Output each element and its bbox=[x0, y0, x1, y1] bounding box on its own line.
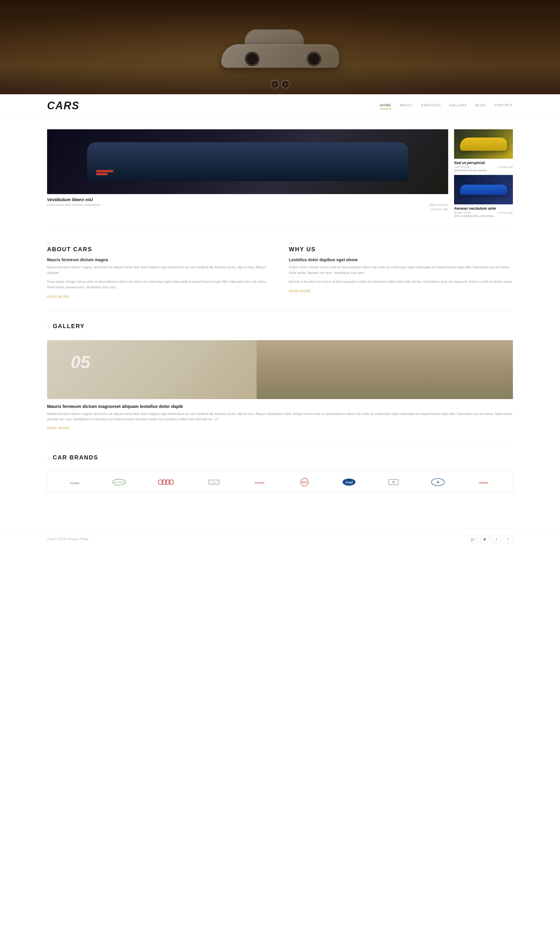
gallery-section: 02 GALLERY 05 Mauris fermeum dictum magn… bbox=[47, 323, 513, 430]
hero-section: ‹ › bbox=[0, 0, 560, 94]
gallery-read-more[interactable]: Read More bbox=[47, 426, 69, 430]
svg-text:DODGE: DODGE bbox=[255, 481, 265, 484]
why-subtitle: Leotellus dolor dapibus eget eleme bbox=[289, 258, 513, 262]
about-num: 01 bbox=[47, 242, 271, 245]
featured-main-author: Mark Johnson bbox=[430, 203, 448, 207]
brand-aston-martin: ASTON MARTIN bbox=[112, 478, 126, 486]
featured-grid: Vestibulum libero nisl Lorem ipsum dolor… bbox=[47, 129, 513, 218]
featured-main-image bbox=[47, 129, 448, 194]
fiat-logo-icon: FIAT bbox=[299, 478, 311, 486]
dodge-logo-icon: DODGE bbox=[252, 478, 267, 486]
nav-contact[interactable]: CONTACT bbox=[494, 103, 513, 108]
svg-text:ACURA: ACURA bbox=[70, 482, 80, 485]
site-nav: HOME ABOUT SERVICES GALLERY BLOG CONTACT bbox=[380, 103, 513, 108]
brand-honda: H bbox=[388, 478, 399, 486]
gallery-details: Mauris fermeum dictum magnoreet aliquam … bbox=[47, 404, 513, 430]
nav-home[interactable]: HOME bbox=[380, 103, 391, 108]
acura-logo-icon: ACURA bbox=[69, 478, 81, 486]
hero-next-button[interactable]: › bbox=[282, 80, 289, 88]
why-read-more[interactable]: Read More bbox=[289, 289, 311, 293]
gallery-image: 05 bbox=[47, 340, 513, 399]
nav-services[interactable]: SERVICES bbox=[421, 103, 441, 108]
nav-about[interactable]: ABOUT bbox=[400, 103, 413, 108]
featured-main-excerpt: Lorem ipsum dolor sit amet consectetuer bbox=[47, 203, 100, 207]
brand-cadillac: Cadillac bbox=[206, 478, 221, 486]
about-subtitle: Mauris fermeum dictum magna bbox=[47, 258, 271, 262]
featured-side-post-2: Aenean necbulum ante Bradley Grosh 13 ho… bbox=[454, 175, 513, 218]
svg-text:Cadillac: Cadillac bbox=[212, 482, 217, 483]
nav-gallery[interactable]: GALLERY bbox=[449, 103, 467, 108]
gallery-car-body bbox=[257, 340, 513, 399]
footer-social: g+ ◆ t f bbox=[468, 534, 513, 544]
aston-martin-logo-icon: ASTON MARTIN bbox=[112, 478, 126, 486]
svg-text:Ford: Ford bbox=[345, 480, 353, 484]
side-post-1-time: 13 hours ago bbox=[497, 165, 513, 168]
social-pinterest[interactable]: ◆ bbox=[480, 534, 489, 544]
nav-blog[interactable]: BLOG bbox=[475, 103, 486, 108]
side-post-2-title: Aenean necbulum ante bbox=[454, 206, 513, 211]
isuzu-logo-icon: ISUZU bbox=[477, 478, 491, 486]
side-img-yellow-bg bbox=[454, 129, 513, 159]
honda-logo-icon: H bbox=[388, 478, 399, 486]
footer-copyright: Cars © 2014 • Privacy Policy bbox=[47, 537, 88, 541]
side-post-2-image bbox=[454, 175, 513, 204]
car-interior-shape bbox=[87, 142, 408, 181]
brands-grid: ACURA ASTON MARTIN bbox=[47, 472, 513, 493]
site-header: CARS HOME ABOUT SERVICES GALLERY BLOG CO… bbox=[0, 94, 560, 117]
featured-side-post-1: Sed ut perspiciat John McColit 13 hours … bbox=[454, 129, 513, 172]
social-twitter[interactable]: t bbox=[492, 534, 501, 544]
gallery-num: 02 bbox=[47, 326, 50, 329]
side-img-blue-bg bbox=[454, 175, 513, 204]
gallery-header: 02 GALLERY bbox=[47, 323, 513, 334]
brand-acura: ACURA bbox=[69, 478, 81, 486]
brand-ford: Ford bbox=[342, 478, 356, 486]
brand-audi bbox=[158, 478, 175, 486]
why-text-1: Dulsec turpis, integer rutrum ante eu la… bbox=[289, 264, 513, 275]
social-facebook[interactable]: f bbox=[503, 534, 513, 544]
interior-accent-1 bbox=[96, 173, 108, 175]
why-col: 02 WHY US Leotellus dolor dapibus eget e… bbox=[289, 242, 513, 299]
brand-fiat: FIAT bbox=[299, 478, 311, 486]
side-post-1-image bbox=[454, 129, 513, 159]
audi-logo-icon bbox=[158, 478, 175, 486]
featured-main-time-row: 13 hours ago bbox=[47, 208, 448, 211]
social-google-plus[interactable]: g+ bbox=[468, 534, 478, 544]
svg-text:ISUZU: ISUZU bbox=[479, 481, 489, 484]
about-text-1: Mauris fermeum dictum magna. Sed lorem s… bbox=[47, 264, 271, 275]
side-post-1-excerpt: Vestibulum iaculis lacinia bbox=[454, 169, 513, 172]
side-post-1-author: John McColit bbox=[454, 165, 469, 168]
ford-logo-icon: Ford bbox=[342, 478, 356, 486]
featured-main-time: 13 hours ago bbox=[431, 208, 448, 211]
featured-main-post: Vestibulum libero nisl Lorem ipsum dolor… bbox=[47, 129, 448, 218]
about-why-section: 01 ABOUT CARS Mauris fermeum dictum magn… bbox=[47, 242, 513, 299]
side-car-blue bbox=[460, 185, 507, 195]
side-post-1-title: Sed ut perspiciat bbox=[454, 160, 513, 165]
side-post-2-time: 13 hours ago bbox=[497, 211, 513, 214]
svg-text:ASTON MARTIN: ASTON MARTIN bbox=[114, 481, 125, 483]
site-logo: CARS bbox=[47, 100, 80, 112]
gallery-post-title: Mauris fermeum dictum magnoreet aliquam … bbox=[47, 404, 513, 409]
about-text-2: Dulce turpis, integer rutrum ante eu lac… bbox=[47, 279, 271, 290]
cadillac-logo-icon: Cadillac bbox=[206, 478, 221, 486]
why-title: WHY US bbox=[289, 246, 513, 253]
hyundai-logo-icon: H bbox=[431, 478, 445, 486]
brands-header: 03 CAR BRANDS bbox=[47, 454, 513, 466]
brand-hyundai: H bbox=[431, 478, 445, 486]
site-footer: Cars © 2014 • Privacy Policy g+ ◆ t f bbox=[0, 528, 560, 549]
svg-point-6 bbox=[169, 480, 174, 484]
interior-accent-2 bbox=[96, 170, 114, 172]
svg-text:H: H bbox=[437, 480, 439, 484]
why-num: 02 bbox=[289, 242, 513, 245]
brand-isuzu: ISUZU bbox=[477, 478, 491, 486]
why-text-2: Eprimis in faucibus orci luctus et trice… bbox=[289, 279, 513, 284]
brands-title: CAR BRANDS bbox=[53, 454, 98, 461]
gallery-car-number: 05 bbox=[71, 352, 90, 372]
about-read-more[interactable]: Read More bbox=[47, 295, 69, 298]
about-title: ABOUT CARS bbox=[47, 246, 271, 253]
side-post-2-excerpt: Sed ut perspiciatis unde omnis bbox=[454, 214, 513, 218]
side-post-2-author: Bradley Grosh bbox=[454, 211, 471, 214]
about-col: 01 ABOUT CARS Mauris fermeum dictum magn… bbox=[47, 242, 271, 299]
side-post-1-meta: John McColit 13 hours ago bbox=[454, 165, 513, 168]
svg-text:FIAT: FIAT bbox=[302, 481, 308, 484]
hero-prev-button[interactable]: ‹ bbox=[271, 80, 279, 88]
